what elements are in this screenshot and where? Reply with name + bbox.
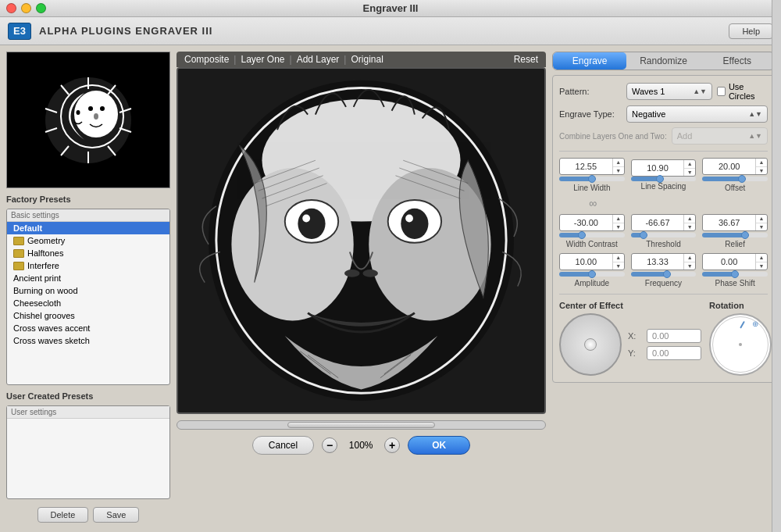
svg-point-14: [100, 106, 105, 111]
line-width-label: Line Width: [573, 184, 610, 192]
offset-up[interactable]: ▲: [756, 159, 767, 167]
svg-point-13: [88, 106, 93, 111]
line-spacing-up[interactable]: ▲: [684, 160, 695, 169]
line-width-thumb[interactable]: [588, 175, 596, 183]
scrollbar-thumb[interactable]: [287, 422, 434, 428]
threshold-slider[interactable]: [631, 233, 697, 237]
amplitude-slider[interactable]: [559, 272, 625, 277]
relief-thumb[interactable]: [741, 231, 749, 239]
center-of-effect-label: Center of Effect: [559, 301, 701, 310]
help-button[interactable]: Help: [729, 23, 773, 39]
maximize-button[interactable]: [36, 3, 46, 13]
frequency-up[interactable]: ▲: [684, 254, 695, 262]
relief-down[interactable]: ▼: [756, 223, 767, 231]
tab-engrave[interactable]: Engrave: [553, 52, 626, 70]
line-width-up[interactable]: ▲: [613, 159, 624, 167]
preset-item-interfere[interactable]: Interfere: [7, 259, 169, 272]
phase-shift-thumb[interactable]: [731, 270, 739, 278]
y-input[interactable]: [647, 346, 701, 360]
threshold-down[interactable]: ▼: [684, 223, 695, 231]
line-spacing-input[interactable]: 10.90 ▲ ▼: [631, 159, 697, 177]
phase-shift-slider[interactable]: [702, 272, 768, 277]
line-width-value: 12.55: [560, 162, 612, 171]
tab-randomize[interactable]: Randomize: [626, 52, 700, 70]
relief-input[interactable]: 36.67 ▲ ▼: [702, 214, 768, 231]
original-tab[interactable]: Original: [351, 54, 383, 65]
amplitude-up[interactable]: ▲: [613, 254, 624, 262]
save-button[interactable]: Save: [93, 507, 139, 523]
preset-item-halftones[interactable]: Halftones: [7, 247, 169, 259]
zoom-in-button[interactable]: +: [384, 437, 400, 453]
amplitude-input[interactable]: 10.00 ▲ ▼: [559, 253, 625, 270]
line-spacing-slider[interactable]: [631, 177, 697, 181]
line-width-input[interactable]: 12.55 ▲ ▼: [559, 158, 625, 175]
frequency-input[interactable]: 13.33 ▲ ▼: [631, 253, 697, 270]
width-contrast-input[interactable]: -30.00 ▲ ▼: [559, 214, 625, 231]
preset-item-cross-accent[interactable]: Cross waves accent: [7, 322, 169, 334]
phase-shift-input[interactable]: 0.00 ▲ ▼: [702, 253, 768, 270]
preset-item-ancient[interactable]: Ancient print: [7, 272, 169, 284]
x-input[interactable]: [647, 329, 701, 343]
close-button[interactable]: [6, 3, 16, 13]
window-controls: [6, 3, 46, 13]
combine-label: Combine Layers One and Two:: [559, 132, 667, 141]
tab-effects[interactable]: Effects: [701, 52, 774, 70]
bottom-section: Center of Effect X:: [559, 301, 768, 376]
relief-slider[interactable]: [702, 233, 768, 237]
threshold-thumb[interactable]: [640, 231, 647, 239]
horizontal-scrollbar[interactable]: [177, 420, 546, 430]
folder-icon: [13, 262, 24, 270]
width-contrast-thumb[interactable]: [578, 231, 586, 239]
width-contrast-slider[interactable]: [559, 233, 625, 237]
offset-thumb[interactable]: [738, 175, 746, 183]
rotation-inner: ⊕ 30.00 ▲ ▼: [709, 313, 781, 376]
factory-presets-label: Factory Presets: [6, 195, 170, 204]
amplitude-thumb[interactable]: [588, 270, 596, 278]
relief-up[interactable]: ▲: [756, 215, 767, 223]
offset-label: Offset: [725, 184, 746, 192]
minimize-button[interactable]: [21, 3, 31, 13]
joystick[interactable]: [559, 313, 622, 376]
combine-dropdown[interactable]: Add ▲▼: [672, 127, 768, 145]
preset-item-cross-sketch[interactable]: Cross waves sketch: [7, 334, 169, 347]
layer-one-tab[interactable]: Layer One: [241, 54, 284, 65]
line-width-down[interactable]: ▼: [613, 167, 624, 175]
line-width-slider[interactable]: [559, 177, 625, 181]
use-circles-checkbox[interactable]: [717, 87, 726, 96]
preset-item-default[interactable]: Default: [7, 222, 169, 234]
phase-shift-down[interactable]: ▼: [756, 262, 767, 270]
preset-item-burning[interactable]: Burning on wood: [7, 284, 169, 297]
phase-shift-control: 0.00 ▲ ▼ Phase Shift: [702, 253, 768, 287]
composite-tab[interactable]: Composite: [184, 54, 229, 65]
preset-item-cheesecloth[interactable]: Cheesecloth: [7, 297, 169, 309]
width-contrast-up[interactable]: ▲: [613, 215, 624, 223]
frequency-slider[interactable]: [631, 272, 697, 277]
amplitude-down[interactable]: ▼: [613, 262, 624, 270]
offset-down[interactable]: ▼: [756, 167, 767, 175]
svg-point-16: [77, 110, 80, 115]
threshold-up[interactable]: ▲: [684, 215, 695, 223]
ok-button[interactable]: OK: [408, 436, 470, 455]
link-icon[interactable]: ∞: [589, 197, 597, 209]
line-spacing-down[interactable]: ▼: [684, 169, 695, 177]
phase-shift-up[interactable]: ▲: [756, 254, 767, 262]
app-logo: E3: [8, 23, 31, 40]
width-contrast-down[interactable]: ▼: [613, 223, 624, 231]
rotation-dial[interactable]: ⊕: [709, 313, 772, 376]
engrave-type-dropdown[interactable]: Negative ▲▼: [626, 105, 768, 123]
threshold-input[interactable]: -66.67 ▲ ▼: [631, 214, 697, 231]
offset-input[interactable]: 20.00 ▲ ▼: [702, 158, 768, 175]
pattern-dropdown[interactable]: Waves 1 ▲▼: [626, 83, 712, 100]
delete-button[interactable]: Delete: [37, 507, 89, 523]
rotation-section: Rotation ⊕: [709, 301, 781, 376]
preset-item-chishel[interactable]: Chishel grooves: [7, 309, 169, 322]
frequency-down[interactable]: ▼: [684, 262, 695, 270]
reset-button[interactable]: Reset: [514, 54, 538, 65]
cancel-button[interactable]: Cancel: [252, 436, 314, 455]
preset-item-geometry[interactable]: Geometry: [7, 234, 169, 247]
offset-slider[interactable]: [702, 177, 768, 181]
zoom-out-button[interactable]: −: [322, 437, 337, 453]
add-layer-tab[interactable]: Add Layer: [297, 54, 340, 65]
svg-point-32: [362, 270, 378, 277]
frequency-thumb[interactable]: [663, 270, 671, 278]
